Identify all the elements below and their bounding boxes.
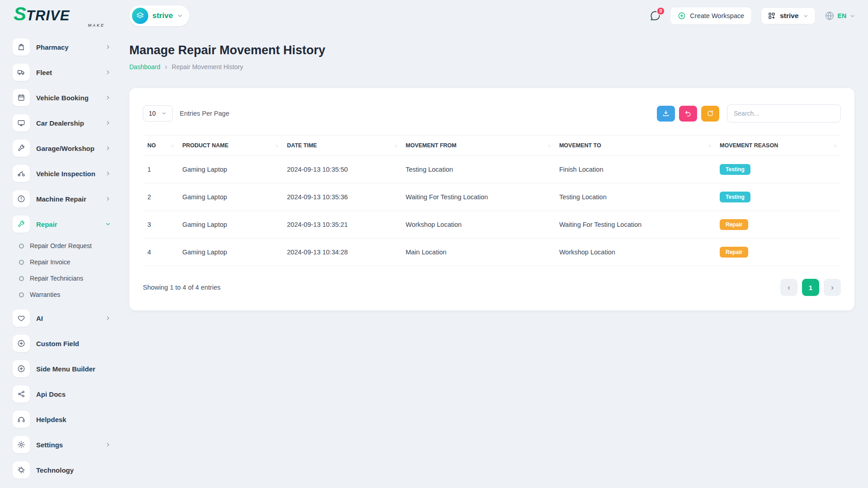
chevron-right-icon (105, 94, 111, 101)
sidebar-item-pharmacy[interactable]: Pharmacy (10, 34, 114, 60)
organization-name: strive (780, 12, 798, 20)
cell-from: Waiting For Testing Location (401, 183, 555, 211)
data-table-card: 10 Entries Per Page (129, 88, 854, 310)
pagination-next-button[interactable]: › (824, 279, 841, 296)
entries-per-page-select[interactable]: 10 (143, 105, 173, 122)
chevron-right-icon (105, 315, 111, 321)
undo-button[interactable] (679, 106, 697, 122)
export-download-button[interactable] (657, 106, 675, 122)
logo-text: TRIVE (26, 9, 70, 23)
search-input[interactable] (727, 104, 841, 122)
sort-icon[interactable]: ↑↓ (834, 143, 836, 148)
col-header-date-time[interactable]: DATE TIME↑↓ (283, 136, 401, 156)
table-row: 2 Gaming Laptop 2024-09-13 10:35:36 Wait… (143, 183, 841, 211)
cell-from: Main Location (401, 239, 555, 266)
sidebar-item-helpdesk[interactable]: Helpdesk (10, 407, 114, 432)
col-header-product-name[interactable]: PRODUCT NAME↑↓ (178, 136, 283, 156)
sort-icon[interactable]: ↑↓ (547, 143, 550, 148)
sidebar-item-machine-repair[interactable]: Machine Repair (10, 186, 114, 211)
headset-icon (13, 411, 30, 428)
sort-icon[interactable]: ↑↓ (275, 143, 278, 148)
cell-to: Workshop Location (555, 239, 715, 266)
alert-circle-icon (13, 190, 30, 207)
sort-icon[interactable]: ↑↓ (394, 143, 396, 148)
sidebar-item-settings[interactable]: Settings (10, 432, 114, 457)
disc-icon (19, 260, 24, 265)
workspace-switcher[interactable]: strive (129, 5, 189, 26)
create-workspace-button[interactable]: Create Workspace (670, 7, 752, 25)
topbar: S TRIVE MAKE strive 0 Create Workspace (0, 0, 868, 32)
sidebar-item-technology[interactable]: Technology (10, 457, 114, 483)
refresh-button[interactable] (701, 106, 719, 122)
plus-circle-icon (13, 335, 30, 352)
chevron-right-icon: › (165, 63, 167, 71)
chat-button[interactable]: 0 (649, 10, 661, 22)
cell-to: Waiting For Testing Location (555, 211, 715, 239)
repair-submenu: Repair Order Request Repair Invoice Repa… (10, 237, 114, 305)
cell-datetime: 2024-09-13 10:35:21 (283, 211, 401, 239)
language-code: EN (838, 12, 846, 19)
table-row: 3 Gaming Laptop 2024-09-13 10:35:21 Work… (143, 211, 841, 239)
chevron-down-icon (177, 13, 183, 19)
sidebar-item-fleet[interactable]: Fleet (10, 60, 114, 85)
pagination-page-1[interactable]: 1 (802, 279, 819, 296)
col-header-movement-from[interactable]: MOVEMENT FROM↑↓ (401, 136, 555, 156)
disc-icon (19, 276, 24, 281)
pharmacy-bag-icon (13, 38, 30, 56)
cell-datetime: 2024-09-13 10:34:28 (283, 239, 401, 266)
grid-plus-icon (768, 12, 776, 20)
workspace-name: strive (152, 11, 173, 20)
breadcrumb-dashboard-link[interactable]: Dashboard (129, 63, 160, 70)
col-header-movement-reason[interactable]: MOVEMENT REASON↑↓ (715, 136, 841, 156)
sidebar-item-api-docs[interactable]: Api Docs (10, 381, 114, 407)
share-nodes-icon (13, 385, 30, 403)
language-selector[interactable]: EN (825, 11, 855, 21)
chevron-down-icon (803, 13, 809, 19)
chevron-down-icon (161, 111, 167, 116)
workspace-avatar (132, 8, 148, 24)
sidebar-item-custom-field[interactable]: Custom Field (10, 331, 114, 356)
chevron-right-icon (105, 196, 111, 202)
sidebar-item-ai[interactable]: AI (10, 305, 114, 331)
disc-icon (19, 292, 24, 297)
logo-wordmark: S TRIVE (14, 5, 118, 23)
sidebar-item-repair-order-request[interactable]: Repair Order Request (16, 238, 114, 254)
cell-from: Testing Location (401, 156, 555, 183)
sidebar-item-vehicle-booking[interactable]: Vehicle Booking (10, 85, 114, 110)
sidebar-item-vehicle-inspection[interactable]: Vehicle Inspection (10, 161, 114, 186)
cell-product: Gaming Laptop (178, 211, 283, 239)
col-header-movement-to[interactable]: MOVEMENT TO↑↓ (555, 136, 715, 156)
cell-product: Gaming Laptop (178, 183, 283, 211)
plus-circle-icon (13, 360, 30, 377)
sidebar-item-repair[interactable]: Repair (10, 211, 114, 237)
sidebar-item-car-dealership[interactable]: Car Dealership (10, 110, 114, 136)
sidebar-item-repair-invoice[interactable]: Repair Invoice (16, 254, 114, 270)
entries-summary: Showing 1 to 4 of 4 entries (143, 284, 221, 291)
sort-icon[interactable]: ↑↓ (708, 143, 711, 148)
undo-arrow-icon (684, 110, 692, 117)
app-logo[interactable]: S TRIVE MAKE (14, 5, 118, 28)
cell-from: Workshop Location (401, 211, 555, 239)
cell-datetime: 2024-09-13 10:35:50 (283, 156, 401, 183)
chevron-right-icon (105, 441, 111, 448)
create-workspace-label: Create Workspace (690, 12, 744, 19)
entries-per-page-label: Entries Per Page (180, 110, 230, 117)
sidebar-item-warranties[interactable]: Warranties (16, 286, 114, 303)
wrench-icon (13, 216, 30, 233)
sidebar-item-garage-workshop[interactable]: Garage/Workshop (10, 136, 114, 161)
reason-badge: Testing (720, 192, 750, 202)
col-header-no[interactable]: NO↑↓ (143, 136, 178, 156)
table-actions (657, 104, 841, 122)
cell-product: Gaming Laptop (178, 239, 283, 266)
sidebar-item-repair-technicians[interactable]: Repair Technicians (16, 270, 114, 286)
sidebar-item-side-menu-builder[interactable]: Side Menu Builder (10, 356, 114, 381)
breadcrumb: Dashboard › Repair Movement History (129, 63, 854, 71)
reason-badge: Repair (720, 219, 748, 230)
calendar-icon (13, 89, 30, 106)
cell-to: Finish Location (555, 156, 715, 183)
sort-icon[interactable]: ↑↓ (170, 143, 173, 148)
pagination-prev-button[interactable]: ‹ (780, 279, 797, 296)
cell-no: 1 (143, 156, 178, 183)
plus-circle-icon (678, 12, 686, 20)
organization-dropdown[interactable]: strive (761, 7, 815, 24)
